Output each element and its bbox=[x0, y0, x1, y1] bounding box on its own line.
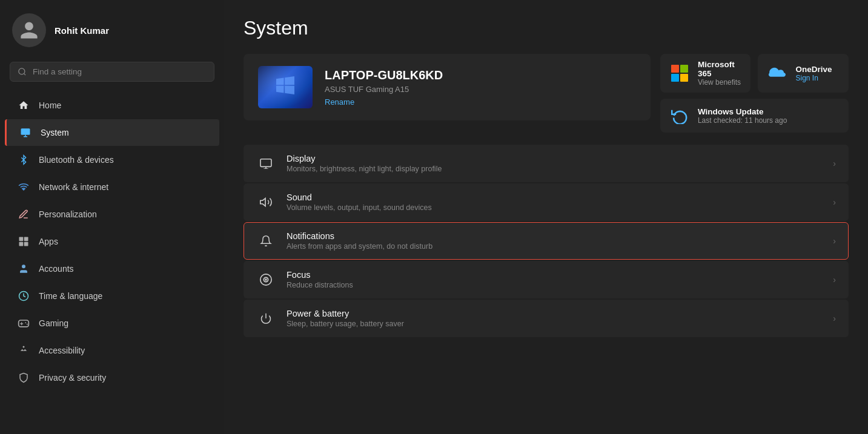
svg-rect-6 bbox=[24, 237, 28, 242]
svg-line-1 bbox=[24, 73, 25, 75]
sidebar-item-apps[interactable]: Apps bbox=[5, 228, 219, 255]
svg-rect-7 bbox=[19, 242, 24, 246]
search-box[interactable] bbox=[10, 62, 214, 82]
sidebar-item-home[interactable]: Home bbox=[5, 92, 219, 119]
sound-icon bbox=[256, 192, 276, 212]
accounts-icon bbox=[17, 262, 30, 275]
sidebar-item-label: Accounts bbox=[39, 264, 74, 274]
windows-update-subtitle: Last checked: 11 hours ago bbox=[698, 116, 787, 125]
power-text: Power & battery Sleep, battery usage, ba… bbox=[287, 309, 822, 328]
system-icon bbox=[19, 126, 32, 139]
microsoft365-subtitle: View benefits bbox=[698, 78, 743, 87]
onedrive-icon bbox=[766, 62, 788, 84]
device-info: LAPTOP-GU8LK6KD ASUS TUF Gaming A15 Rena… bbox=[325, 68, 636, 107]
main-content: System LAPTOP-GU8LK6KD ASUS TUF Gaming A… bbox=[224, 0, 868, 434]
windows-update-title: Windows Update bbox=[698, 107, 787, 116]
svg-rect-8 bbox=[24, 242, 28, 246]
sidebar-item-privacy[interactable]: Privacy & security bbox=[5, 364, 219, 391]
notifications-subtitle: Alerts from apps and system, do not dist… bbox=[287, 242, 822, 251]
top-section: LAPTOP-GU8LK6KD ASUS TUF Gaming A15 Rena… bbox=[244, 54, 849, 133]
sound-subtitle: Volume levels, output, input, sound devi… bbox=[287, 203, 822, 212]
svg-point-14 bbox=[25, 322, 27, 323]
windows-update-text: Windows Update Last checked: 11 hours ag… bbox=[698, 107, 787, 125]
microsoft365-title: Microsoft 365 bbox=[698, 60, 743, 78]
svg-marker-20 bbox=[260, 199, 265, 206]
focus-title: Focus bbox=[287, 270, 822, 280]
user-name: Rohit Kumar bbox=[55, 25, 109, 36]
microsoft365-icon bbox=[669, 62, 691, 84]
search-icon bbox=[18, 67, 27, 76]
focus-icon bbox=[256, 270, 276, 289]
device-name: LAPTOP-GU8LK6KD bbox=[325, 68, 636, 82]
microsoft365-widget[interactable]: Microsoft 365 View benefits bbox=[660, 54, 751, 93]
focus-text: Focus Reduce distractions bbox=[287, 270, 822, 289]
windows-logo-icon bbox=[273, 73, 297, 102]
ms365-grid-icon bbox=[671, 65, 688, 82]
svg-rect-2 bbox=[21, 128, 30, 135]
windows-update-widget[interactable]: Windows Update Last checked: 11 hours ag… bbox=[660, 99, 849, 133]
sidebar: Rohit Kumar Home System Bluetooth & devi… bbox=[0, 0, 224, 434]
focus-subtitle: Reduce distractions bbox=[287, 281, 822, 289]
sidebar-item-label: Apps bbox=[39, 237, 58, 246]
sidebar-item-label: Gaming bbox=[39, 318, 68, 328]
avatar bbox=[12, 13, 46, 47]
time-icon bbox=[17, 289, 30, 303]
device-card: LAPTOP-GU8LK6KD ASUS TUF Gaming A15 Rena… bbox=[244, 54, 651, 120]
device-model: ASUS TUF Gaming A15 bbox=[325, 85, 636, 94]
device-rename-button[interactable]: Rename bbox=[325, 97, 636, 107]
power-title: Power & battery bbox=[287, 309, 822, 318]
sidebar-item-label: System bbox=[41, 128, 69, 137]
nav-list: Home System Bluetooth & devices Network … bbox=[0, 91, 224, 434]
svg-point-15 bbox=[27, 324, 28, 325]
sidebar-item-label: Network & internet bbox=[39, 182, 108, 192]
sound-text: Sound Volume levels, output, input, soun… bbox=[287, 192, 822, 212]
onedrive-subtitle: Sign In bbox=[795, 74, 832, 82]
settings-item-display[interactable]: Display Monitors, brightness, night ligh… bbox=[244, 145, 849, 182]
bluetooth-icon bbox=[17, 153, 30, 166]
sidebar-item-label: Home bbox=[39, 100, 61, 110]
sidebar-item-label: Privacy & security bbox=[39, 373, 106, 383]
settings-item-notifications[interactable]: Notifications Alerts from apps and syste… bbox=[244, 222, 849, 260]
sidebar-item-label: Accessibility bbox=[39, 346, 85, 355]
power-subtitle: Sleep, battery usage, battery saver bbox=[287, 320, 822, 328]
display-icon bbox=[256, 154, 276, 173]
sidebar-item-accessibility[interactable]: Accessibility bbox=[5, 337, 219, 364]
microsoft365-text: Microsoft 365 View benefits bbox=[698, 60, 743, 87]
chevron-right-icon: › bbox=[833, 159, 836, 168]
notifications-title: Notifications bbox=[287, 231, 822, 241]
sidebar-item-network[interactable]: Network & internet bbox=[5, 174, 219, 200]
display-title: Display bbox=[287, 154, 822, 163]
privacy-icon bbox=[17, 371, 30, 384]
sound-title: Sound bbox=[287, 192, 822, 202]
settings-item-sound[interactable]: Sound Volume levels, output, input, soun… bbox=[244, 183, 849, 221]
sidebar-item-time[interactable]: Time & language bbox=[5, 283, 219, 309]
sidebar-item-gaming[interactable]: Gaming bbox=[5, 310, 219, 337]
accessibility-icon bbox=[17, 344, 30, 357]
home-icon bbox=[17, 99, 30, 112]
gaming-icon bbox=[17, 317, 30, 330]
onedrive-title: OneDrive bbox=[795, 65, 832, 74]
settings-item-focus[interactable]: Focus Reduce distractions › bbox=[244, 261, 849, 298]
sidebar-item-accounts[interactable]: Accounts bbox=[5, 255, 219, 282]
sidebar-item-label: Time & language bbox=[39, 291, 102, 301]
page-title: System bbox=[244, 17, 849, 39]
chevron-right-icon: › bbox=[833, 314, 836, 323]
notifications-icon bbox=[256, 231, 276, 251]
right-widgets: Microsoft 365 View benefits OneDrive Sig… bbox=[660, 54, 849, 133]
windows-update-icon bbox=[669, 105, 691, 127]
svg-point-9 bbox=[22, 265, 25, 268]
onedrive-text: OneDrive Sign In bbox=[795, 65, 832, 82]
sidebar-item-system[interactable]: System bbox=[5, 119, 219, 146]
sidebar-item-bluetooth[interactable]: Bluetooth & devices bbox=[5, 146, 219, 173]
chevron-right-icon: › bbox=[833, 275, 836, 284]
svg-rect-5 bbox=[19, 237, 24, 242]
search-input[interactable] bbox=[33, 67, 207, 76]
settings-item-power[interactable]: Power & battery Sleep, battery usage, ba… bbox=[244, 300, 849, 337]
onedrive-widget[interactable]: OneDrive Sign In bbox=[758, 54, 849, 93]
personalization-icon bbox=[17, 208, 30, 221]
user-profile[interactable]: Rohit Kumar bbox=[0, 0, 224, 57]
user-icon bbox=[19, 20, 39, 41]
svg-point-23 bbox=[265, 279, 267, 280]
chevron-right-icon: › bbox=[833, 197, 836, 207]
sidebar-item-personalization[interactable]: Personalization bbox=[5, 201, 219, 228]
